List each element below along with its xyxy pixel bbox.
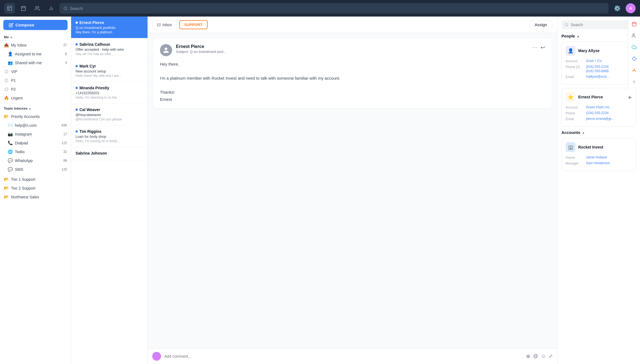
svg-rect-1 (22, 6, 26, 10)
svg-point-12 (565, 23, 568, 26)
shared-with-me-item[interactable]: 👥 Shared with me 4 (0, 58, 71, 67)
analytics-nav-icon[interactable] (46, 3, 56, 14)
p2-icon: ⬡ (4, 87, 9, 92)
conv-item-ernest-pierce[interactable]: Ernest Pierce Q on Investment portfolio … (71, 17, 148, 38)
vip-tag-item[interactable]: ⬡ VIP (0, 67, 71, 76)
northwest-sales-item[interactable]: 📂 Northwest Sales (0, 193, 71, 201)
comment-input[interactable] (164, 354, 523, 358)
strip-contacts-icon[interactable] (630, 31, 639, 40)
right-search-input[interactable] (571, 23, 633, 27)
mary-phone-2[interactable]: (616) 555-8989 (586, 69, 609, 73)
urgent-icon: 🔥 (4, 96, 9, 101)
mary-phone-1[interactable]: (616) 555-2234 (586, 65, 609, 69)
shared-icon: 👥 (8, 60, 13, 65)
rocket-manager-value[interactable]: Sam Henderson (586, 161, 610, 165)
strip-diamond-icon[interactable] (630, 54, 639, 63)
conv-name: Ernest Pierce (79, 20, 104, 25)
people-arrow-icon: ▲ (577, 34, 580, 38)
p2-tag-item[interactable]: ⬡ P2 (0, 85, 71, 94)
mary-account-value[interactable]: Scott + Co. (586, 59, 602, 63)
inbox-button[interactable]: Inbox (152, 20, 176, 29)
add-attachment-icon[interactable]: ⊕ (526, 353, 530, 359)
global-search-bar[interactable]: Search (60, 3, 609, 14)
conv-item-sabrina-johnson[interactable]: Sabrina Johnson (71, 147, 148, 160)
right-search-bar[interactable] (561, 20, 636, 29)
my-inbox-item[interactable]: 📥 My Inbox 27 (0, 41, 71, 50)
svg-line-25 (634, 70, 635, 71)
strip-cloud-icon[interactable] (630, 42, 639, 52)
user-avatar[interactable]: A (626, 3, 636, 13)
emoji-icon[interactable]: ☺ (541, 353, 546, 359)
support-badge[interactable]: SUPPORT (179, 20, 207, 29)
message-actions: ⋯ ↩ (532, 44, 545, 51)
instagram-item[interactable]: 📷 Instagram 17 (0, 130, 71, 139)
conv-preview: Hey there, I'm a platinum (76, 30, 143, 34)
mary-allyse-icon: 👤 (566, 46, 575, 56)
svg-point-20 (633, 70, 635, 71)
conv-subject: @heycalweaver (76, 113, 143, 117)
conv-item-tim-riggins[interactable]: Tim Riggins Loan for body shop Hello, I'… (71, 125, 148, 147)
settings-icon[interactable]: ⚙️ (612, 3, 622, 14)
app-layout: Compose Me ▲ 📥 My Inbox 27 👤 Assigned to… (0, 17, 640, 364)
me-section-label: Me ▲ (0, 33, 71, 41)
more-options-icon[interactable]: ⋯ (532, 44, 538, 51)
p1-icon: ⬡ (4, 78, 9, 83)
mary-email-value[interactable]: mallyse@scot... (586, 75, 609, 79)
p1-tag-item[interactable]: ⬡ P1 (0, 76, 71, 85)
rocket-manager-row: Manager Sam Henderson (566, 161, 632, 165)
instagram-icon: 📷 (8, 132, 13, 137)
conv-preview: @RocketInvest Can you please (76, 117, 143, 121)
tier1-support-item[interactable]: 📂 Tier 1 Support (0, 175, 71, 184)
strip-add-icon[interactable]: + (630, 77, 639, 87)
expand-arrow-icon[interactable]: ▶ (629, 95, 632, 100)
expand-icon[interactable]: ⤢ (549, 353, 553, 359)
calendar-nav-icon[interactable] (18, 3, 29, 14)
inbox-nav-icon[interactable] (4, 3, 15, 14)
conv-item-cal-weaver[interactable]: Cal Weaver @heycalweaver @RocketInvest C… (71, 104, 148, 125)
conv-name: Mark Cyr (79, 64, 96, 68)
me-arrow-icon: ▲ (10, 36, 13, 39)
reply-icon[interactable]: ↩ (540, 44, 545, 51)
sms-icon: 💬 (8, 167, 13, 172)
urgent-tag-item[interactable]: 🔥 Urgent (0, 94, 71, 103)
conv-item-miranda-priestly[interactable]: Miranda Priestly +14152359201 Hello, I'm… (71, 82, 148, 104)
ernest-account-value[interactable]: Green Flash Inc. (586, 105, 610, 109)
ernest-email-row: Email pierce.ernest@gr... (566, 117, 632, 121)
rocket-owner-value[interactable]: Jamie Holland (586, 155, 607, 159)
svg-point-22 (635, 71, 636, 72)
unread-dot (76, 130, 78, 133)
compose-button[interactable]: Compose (3, 20, 68, 30)
conv-item-mark-cyr[interactable]: Mark Cyr New account setup Hello there! … (71, 60, 148, 82)
unread-dot (76, 43, 78, 45)
sms-item[interactable]: 💬 SMS 125 (0, 165, 71, 174)
whatsapp-item[interactable]: 💬 WhatsApp 89 (0, 156, 71, 165)
assign-button[interactable]: Assign (529, 20, 553, 29)
rocket-invest-name: Rocket Invest (578, 145, 603, 149)
ernest-email-value[interactable]: pierce.ernest@gr... (586, 117, 614, 121)
current-user-avatar (152, 352, 161, 361)
account-card-rocket-invest: 🏢 Rocket Invest Owner Jamie Holland Mana… (561, 138, 636, 171)
help-email-item[interactable]: ✉️ help@ri.com 836 (0, 121, 71, 130)
team-inboxes-label: Team Inboxes ▲ (0, 105, 71, 112)
message-meta: Ernest Pierce Subject: Q on Investment p… (176, 44, 528, 54)
rocket-invest-icon: 🏢 (566, 142, 575, 152)
mention-icon[interactable]: @ (533, 353, 538, 359)
conv-preview: Hello, I'm checking in on the (76, 96, 143, 99)
strip-calendar-icon[interactable] (630, 19, 639, 29)
assigned-to-me-item[interactable]: 👤 Assigned to me 6 (0, 50, 71, 58)
priority-accounts-item[interactable]: 📂 Priority Accounts (0, 112, 71, 121)
conv-subject: +14152359201 (76, 91, 143, 95)
tier2-support-item[interactable]: 📂 Tier 2 Support (0, 184, 71, 193)
dialpad-item[interactable]: 📞 Dialpad 122 (0, 139, 71, 147)
twilio-item[interactable]: 🌐 Twilio 31 (0, 147, 71, 156)
conversation-list: Ernest Pierce Q on Investment portfolio … (71, 17, 148, 364)
contacts-nav-icon[interactable] (32, 3, 42, 14)
ernest-phone-value[interactable]: (234) 555-2234 (586, 111, 609, 115)
conv-item-sabrina-calhoun[interactable]: Sabrina Calhoun Offer accepted - help wi… (71, 38, 148, 60)
strip-hubspot-icon[interactable] (630, 66, 639, 75)
mary-account-row: Account Scott + Co. (566, 59, 632, 63)
svg-line-26 (633, 70, 634, 71)
svg-line-13 (567, 26, 568, 26)
email-icon: ✉️ (8, 123, 13, 128)
mary-allyse-name: Mary Allyse (578, 48, 599, 53)
